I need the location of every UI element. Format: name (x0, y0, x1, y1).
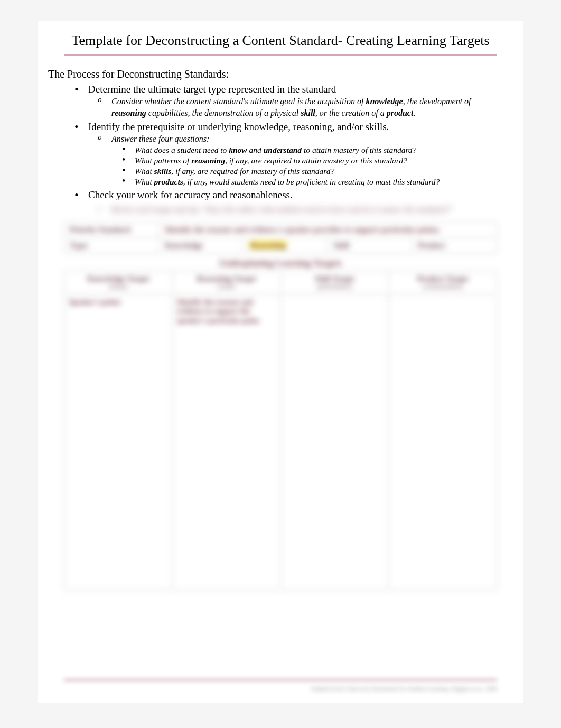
answer-four-text: Answer these four questions: (111, 134, 209, 143)
q3a: What (135, 167, 154, 176)
bullet-identify-text: Identify the prerequisite or underlying … (88, 121, 389, 132)
process-list: Determine the ultimate target type repre… (74, 82, 497, 202)
bullet-determine: Determine the ultimate target type repre… (74, 82, 497, 119)
type-skill: Skill (328, 238, 413, 254)
q4c: , if any, would students need to be prof… (183, 177, 440, 186)
header-product-target: Product Target (create/produce) (389, 271, 497, 294)
targets-header-row: Knowledge Target (nouns) Reasoning Targe… (64, 271, 497, 294)
bullet-check-text: Check your work for accuracy and reasona… (88, 189, 293, 200)
process-heading: The Process for Deconstructing Standards… (48, 68, 497, 80)
learning-targets-table: Knowledge Target (nouns) Reasoning Targe… (64, 271, 497, 590)
blurred-content: Review each target and ask, "Does this r… (64, 205, 497, 214)
header-skill-sub: (performance) (283, 283, 387, 290)
label-type: Type: (64, 238, 160, 254)
question-skills: What skills, if any, are required for ma… (122, 166, 497, 177)
q4b: products (154, 177, 183, 186)
bullet-determine-text: Determine the ultimate target type repre… (88, 84, 336, 95)
title-divider (64, 54, 497, 56)
question-reasoning: What patterns of reasoning, if any, are … (122, 155, 497, 166)
header-knowledge-target: Knowledge Target (nouns) (64, 271, 173, 294)
word-reasoning: reasoning (111, 108, 146, 117)
q2a: What patterns of (135, 156, 191, 165)
q4a: What (135, 177, 154, 186)
q1d: understand (264, 145, 302, 154)
cell-product (389, 294, 497, 590)
bullet-consider: Consider whether the content standard's … (98, 96, 497, 118)
question-know: What does a student need to know and und… (122, 145, 497, 155)
header-knowledge-sub: (nouns) (67, 283, 170, 290)
priority-standard-table: Priority Standard Identify the reasons a… (64, 222, 497, 254)
header-skill-target: Skill Target (performance) (280, 271, 389, 294)
q2b: reasoning (191, 156, 225, 165)
header-reasoning-sub: (verbs) (175, 283, 278, 290)
footer-citation: Adapted from Classroom Assessment for St… (64, 685, 497, 692)
row-type: Type: Knowledge Reasoning Skill Product (64, 238, 497, 254)
header-reasoning-text: Reasoning Target (197, 274, 256, 283)
priority-standard-table-wrap: Priority Standard Identify the reasons a… (64, 222, 497, 254)
header-reasoning-target: Reasoning Target (verbs) (172, 271, 280, 294)
consider-mid1: , the development of (403, 97, 471, 106)
footer-divider (64, 679, 497, 681)
label-priority-standard: Priority Standard (64, 222, 160, 238)
underpinning-header: Underpinning Learning Targets (64, 254, 497, 271)
cell-knowledge-text: Speaker's points (69, 298, 120, 306)
q1e: to attain mastery of this standard? (302, 145, 416, 154)
type-product: Product (413, 238, 497, 254)
type-knowledge: Knowledge (160, 238, 244, 254)
header-skill-text: Skill Target (315, 274, 354, 283)
page-title: Template for Deconstructing a Content St… (64, 32, 497, 50)
bullet-answer-four: Answer these four questions: What does a… (98, 133, 497, 187)
header-knowledge-text: Knowledge Target (87, 274, 149, 283)
priority-standard-text: Identify the reasons and evidence a spea… (160, 222, 497, 238)
header-product-sub: (create/produce) (391, 283, 494, 290)
question-products: What products, if any, would students ne… (122, 177, 497, 187)
cell-skill (280, 294, 389, 590)
cell-reasoning-text: Identify the reasons and evidence to sup… (177, 298, 260, 325)
consider-mid2: capabilities, the demonstration of a phy… (146, 108, 301, 117)
q1a: What does a student need to (135, 145, 229, 154)
targets-body-row: Speaker's points Identify the reasons an… (64, 294, 497, 590)
word-knowledge: knowledge (366, 97, 403, 106)
header-product-text: Product Target (417, 274, 469, 283)
type-reasoning: Reasoning (244, 238, 328, 254)
bullet-check-sub: Review each target and ask, "Does this r… (98, 205, 497, 214)
consider-end: . (413, 108, 415, 117)
cell-knowledge: Speaker's points (64, 294, 173, 590)
q1c: and (247, 145, 264, 154)
q3c: , if any, are required for mastery of th… (171, 167, 334, 176)
bullet-identify: Identify the prerequisite or underlying … (74, 120, 497, 188)
word-skill: skill (301, 108, 315, 117)
word-product: product (387, 108, 414, 117)
q2c: , if any, are required to attain mastery… (225, 156, 407, 165)
consider-mid3: , or the creation of a (315, 108, 387, 117)
bullet-check: Check your work for accuracy and reasona… (74, 188, 497, 202)
q1b: know (229, 145, 247, 154)
consider-pre: Consider whether the content standard's … (111, 97, 366, 106)
row-priority-standard: Priority Standard Identify the reasons a… (64, 222, 497, 238)
type-reasoning-highlight: Reasoning (249, 241, 287, 250)
document-page: Template for Deconstructing a Content St… (38, 21, 523, 703)
q3b: skills (154, 167, 172, 176)
cell-reasoning: Identify the reasons and evidence to sup… (172, 294, 280, 590)
